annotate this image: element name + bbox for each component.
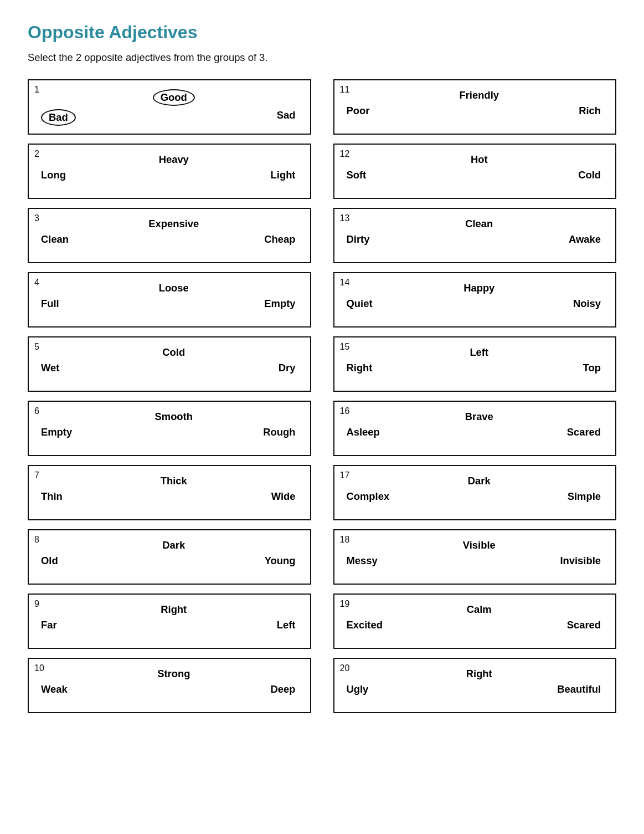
card-right-word: Cheap	[264, 233, 295, 245]
card-top-word: Strong	[35, 664, 301, 680]
card-right-word: Noisy	[573, 298, 601, 310]
card-bottom-words: EmptyRough	[35, 426, 301, 438]
card-number: 12	[340, 149, 350, 159]
card-right-word: Left	[277, 619, 296, 631]
card-left-word: Long	[41, 169, 66, 181]
card-top-word: Happy	[341, 279, 607, 294]
card-right-word: Scared	[567, 619, 601, 631]
card-top-word: Dark	[341, 472, 607, 487]
card-right-word: Dry	[279, 362, 296, 374]
card-bottom-words: UglyBeautiful	[341, 683, 607, 695]
card-left-word: Far	[41, 619, 57, 631]
card-left-word: Weak	[41, 683, 68, 695]
card-bottom-words: WetDry	[35, 362, 301, 374]
card-right-word: Wide	[271, 490, 296, 503]
adjective-card: 4LooseFullEmpty	[28, 272, 311, 328]
card-bottom-words: FullEmpty	[35, 298, 301, 310]
card-left-word: Dirty	[347, 233, 370, 245]
card-top-word: Left	[341, 343, 607, 359]
card-left-word: Empty	[41, 426, 72, 438]
adjective-card: 15LeftRightTop	[333, 336, 617, 392]
card-bottom-words: ThinWide	[35, 490, 301, 503]
card-right-word: Cold	[578, 169, 601, 181]
card-number: 19	[340, 599, 350, 609]
card-right-word: Rich	[579, 105, 601, 117]
card-number: 9	[34, 599, 39, 609]
card-left-word: Clean	[41, 233, 69, 245]
card-number: 1	[34, 85, 39, 95]
card-bottom-words: DirtyAwake	[341, 233, 607, 245]
adjective-card: 13CleanDirtyAwake	[333, 208, 617, 263]
card-number: 4	[34, 278, 39, 288]
card-right-word: Scared	[567, 426, 601, 438]
card-number: 2	[34, 149, 39, 159]
card-number: 7	[34, 470, 39, 480]
card-bottom-words: FarLeft	[35, 619, 301, 631]
card-bottom-words: WeakDeep	[35, 683, 301, 695]
card-top-word: Smooth	[35, 407, 301, 423]
card-right-word: Invisible	[560, 555, 601, 567]
card-left-word: Soft	[347, 169, 367, 181]
adjective-card: 14HappyQuietNoisy	[333, 272, 617, 328]
card-left-word: Quiet	[347, 298, 373, 310]
card-right-word: Young	[265, 555, 296, 567]
card-number: 16	[340, 406, 350, 416]
card-left-word: Asleep	[347, 426, 380, 438]
card-right-word: Beautiful	[557, 683, 601, 695]
adjective-card: 11FriendlyPoorRich	[333, 79, 617, 135]
card-left-word: Ugly	[347, 683, 369, 695]
card-left-word: Excited	[347, 619, 383, 631]
adjective-card: 10StrongWeakDeep	[28, 658, 311, 713]
adjective-card: 2HeavyLongLight	[28, 144, 311, 199]
card-top-word: Heavy	[35, 150, 301, 166]
card-top-word: Loose	[35, 279, 301, 294]
card-right-word: Light	[271, 169, 296, 181]
card-right-word: Deep	[271, 683, 296, 695]
card-left-word: Bad	[41, 109, 76, 126]
card-bottom-words: QuietNoisy	[341, 298, 607, 310]
adjective-card: 17DarkComplexSimple	[333, 465, 617, 520]
card-number: 13	[340, 213, 350, 223]
adjective-card: 16BraveAsleepScared	[333, 401, 617, 456]
card-number: 6	[34, 406, 39, 416]
card-left-word: Wet	[41, 362, 59, 374]
card-top-word: Right	[341, 664, 607, 680]
card-bottom-words: SoftCold	[341, 169, 607, 181]
card-bottom-words: LongLight	[35, 169, 301, 181]
card-top-word: Thick	[35, 472, 301, 487]
card-bottom-words: ExcitedScared	[341, 619, 607, 631]
card-right-word: Rough	[263, 426, 295, 438]
adjectives-grid: 1GoodBadSad11FriendlyPoorRich2HeavyLongL…	[28, 79, 616, 713]
card-bottom-words: ComplexSimple	[341, 490, 607, 503]
adjective-card: 7ThickThinWide	[28, 465, 311, 520]
card-number: 14	[340, 278, 350, 288]
card-top-word: Good	[35, 86, 301, 106]
card-number: 20	[340, 663, 350, 673]
adjective-card: 20RightUglyBeautiful	[333, 658, 617, 713]
card-top-word: Clean	[341, 214, 607, 230]
subtitle: Select the 2 opposite adjectives from th…	[28, 52, 616, 64]
card-bottom-words: PoorRich	[341, 105, 607, 117]
card-top-word: Hot	[341, 150, 607, 166]
card-bottom-words: MessyInvisible	[341, 555, 607, 567]
card-number: 17	[340, 470, 350, 480]
card-number: 15	[340, 342, 350, 352]
adjective-card: 9RightFarLeft	[28, 593, 311, 649]
card-right-word: Top	[583, 362, 601, 374]
card-right-word: Sad	[277, 109, 296, 126]
card-right-word: Awake	[569, 233, 601, 245]
adjective-card: 3ExpensiveCleanCheap	[28, 208, 311, 263]
card-number: 5	[34, 342, 39, 352]
card-number: 11	[340, 85, 350, 95]
adjective-card: 12HotSoftCold	[333, 144, 617, 199]
card-bottom-words: RightTop	[341, 362, 607, 374]
card-top-word: Dark	[35, 536, 301, 551]
card-bottom-words: OldYoung	[35, 555, 301, 567]
card-bottom-words: CleanCheap	[35, 233, 301, 245]
card-left-word: Complex	[347, 490, 390, 503]
card-left-word: Old	[41, 555, 58, 567]
adjective-card: 8DarkOldYoung	[28, 529, 311, 585]
card-number: 10	[34, 663, 44, 673]
card-left-word: Full	[41, 298, 59, 310]
card-top-word: Calm	[341, 600, 607, 616]
